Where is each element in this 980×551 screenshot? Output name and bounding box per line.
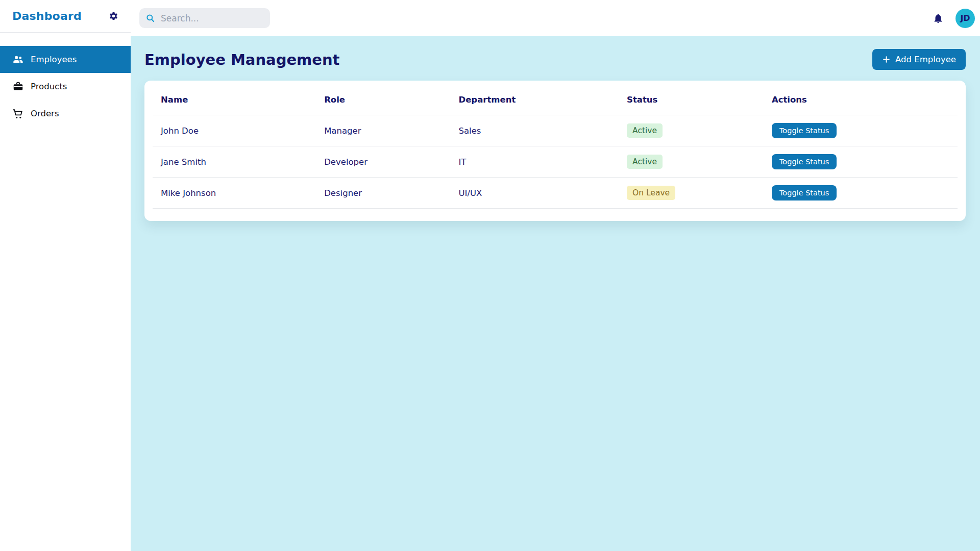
briefcase-icon bbox=[12, 81, 23, 92]
table-row: Mike Johnson Designer UI/UX On Leave Tog… bbox=[153, 178, 958, 209]
add-employee-label: Add Employee bbox=[895, 55, 956, 64]
cell-status: Active bbox=[619, 115, 764, 146]
toggle-status-button[interactable]: Toggle Status bbox=[772, 154, 837, 169]
toggle-status-button[interactable]: Toggle Status bbox=[772, 185, 837, 201]
cell-role: Manager bbox=[316, 115, 450, 146]
content-area: Employee Management Add Employee NameRol… bbox=[131, 36, 980, 551]
table-body: John Doe Manager Sales Active Toggle Sta… bbox=[153, 115, 958, 209]
column-header: Role bbox=[316, 85, 450, 115]
cell-department: IT bbox=[450, 146, 619, 178]
app-title: Dashboard bbox=[12, 10, 82, 22]
sidebar-header: Dashboard bbox=[0, 0, 131, 33]
column-header: Actions bbox=[764, 85, 958, 115]
topbar-right: JD bbox=[933, 9, 975, 28]
sidebar-item-employees[interactable]: Employees bbox=[0, 46, 131, 73]
users-icon bbox=[12, 54, 23, 65]
plus-icon bbox=[882, 55, 891, 64]
notifications-button[interactable] bbox=[933, 12, 944, 24]
cell-role: Designer bbox=[316, 178, 450, 209]
status-badge: Active bbox=[627, 123, 663, 138]
employee-table: NameRoleDepartmentStatusActions John Doe… bbox=[153, 85, 958, 209]
search-icon bbox=[145, 13, 155, 23]
avatar[interactable]: JD bbox=[955, 9, 975, 28]
cell-actions: Toggle Status bbox=[764, 146, 958, 178]
cell-department: Sales bbox=[450, 115, 619, 146]
sidebar-item-label: Products bbox=[31, 82, 67, 91]
toggle-status-button[interactable]: Toggle Status bbox=[772, 123, 837, 138]
sidebar-nav: Employees Products bbox=[0, 33, 131, 127]
content-header: Employee Management Add Employee bbox=[144, 49, 966, 70]
settings-button[interactable] bbox=[108, 11, 118, 21]
status-badge: Active bbox=[627, 155, 663, 169]
cart-icon bbox=[12, 108, 23, 119]
bell-icon bbox=[933, 13, 944, 24]
cell-actions: Toggle Status bbox=[764, 115, 958, 146]
column-header: Status bbox=[619, 85, 764, 115]
status-badge: On Leave bbox=[627, 186, 675, 200]
cell-role: Developer bbox=[316, 146, 450, 178]
search-input[interactable] bbox=[160, 13, 264, 24]
cell-name: Jane Smith bbox=[153, 146, 316, 178]
cell-department: UI/UX bbox=[450, 178, 619, 209]
topbar: JD bbox=[131, 0, 980, 36]
cell-name: John Doe bbox=[153, 115, 316, 146]
table-row: John Doe Manager Sales Active Toggle Sta… bbox=[153, 115, 958, 146]
page-title: Employee Management bbox=[144, 51, 339, 68]
column-header: Name bbox=[153, 85, 316, 115]
main-column: JD Employee Management Add Employee bbox=[131, 0, 980, 551]
gear-icon bbox=[109, 11, 118, 21]
search-box bbox=[139, 8, 270, 28]
cell-name: Mike Johnson bbox=[153, 178, 316, 209]
app-window: Dashboard Employees bbox=[0, 0, 980, 551]
table-row: Jane Smith Developer IT Active Toggle St… bbox=[153, 146, 958, 178]
cell-actions: Toggle Status bbox=[764, 178, 958, 209]
cell-status: Active bbox=[619, 146, 764, 178]
sidebar-item-products[interactable]: Products bbox=[0, 73, 131, 100]
table-header-row: NameRoleDepartmentStatusActions bbox=[153, 85, 958, 115]
cell-status: On Leave bbox=[619, 178, 764, 209]
sidebar-item-label: Employees bbox=[31, 55, 77, 64]
column-header: Department bbox=[450, 85, 619, 115]
employee-table-card: NameRoleDepartmentStatusActions John Doe… bbox=[144, 81, 966, 221]
add-employee-button[interactable]: Add Employee bbox=[872, 49, 966, 70]
sidebar: Dashboard Employees bbox=[0, 0, 131, 551]
sidebar-item-orders[interactable]: Orders bbox=[0, 100, 131, 127]
sidebar-item-label: Orders bbox=[31, 109, 59, 118]
